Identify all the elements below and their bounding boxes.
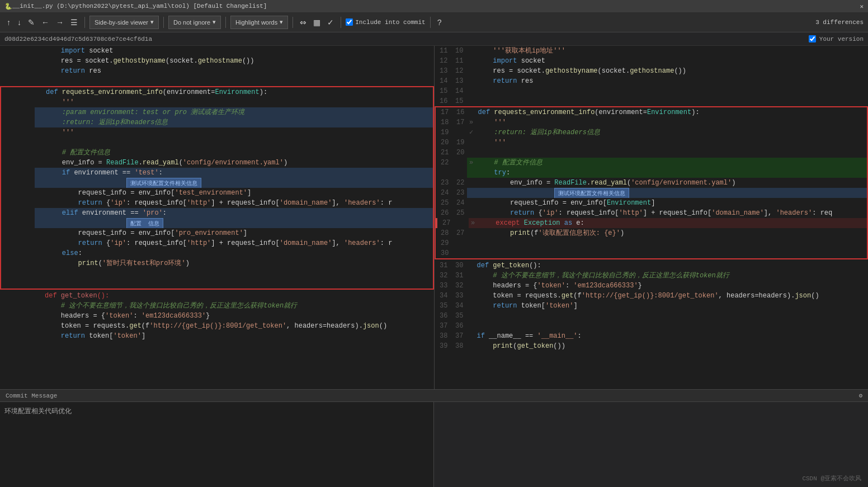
right-diff-panel[interactable]: 11 10 '''获取本机ip地址''' 12 11 import socket… xyxy=(435,46,869,389)
diff-count: 3 differences xyxy=(815,19,864,26)
table-row xyxy=(1,268,433,278)
table-row: 13 12 res = socket.gethostbyname(socket.… xyxy=(435,66,869,76)
table-row: 35 34 return token['token'] xyxy=(435,301,869,311)
settings-icon[interactable]: ⚙ xyxy=(858,392,862,399)
table-row: env_info = ReadFile.read_yaml('config/en… xyxy=(1,158,433,168)
commit-body: 环境配置相关代码优化 xyxy=(0,402,868,487)
separator-5 xyxy=(341,17,341,28)
highlight-label: Highlight words xyxy=(235,19,277,26)
ignore-label: Do not ignore xyxy=(173,19,210,26)
table-row: ''' xyxy=(1,127,433,138)
grid-icon-button[interactable]: ▦ xyxy=(311,17,323,28)
table-row: def requests_environment_info(environmen… xyxy=(1,87,433,97)
right-code-area: 11 10 '''获取本机ip地址''' 12 11 import socket… xyxy=(435,46,869,389)
table-row: def get_token(): xyxy=(0,291,434,301)
right-red-border-box: 17 16 def requests_environment_info(envi… xyxy=(435,106,869,259)
check-icon-button[interactable]: ✓ xyxy=(325,17,336,28)
table-row: return token['token'] xyxy=(0,331,434,341)
table-row: 配置 信息 xyxy=(1,218,433,228)
table-row: 22 » # 配置文件信息 xyxy=(436,158,867,168)
commit-header: Commit Message ⚙ xyxy=(0,390,868,402)
viewer-label: Side-by-side viewer xyxy=(95,19,148,26)
ignore-dropdown-icon: ▾ xyxy=(213,18,216,26)
menu-button[interactable]: ☰ xyxy=(68,17,80,28)
table-row: 28 27 print(f'读取配置信息初次: {e}') xyxy=(436,228,867,238)
back-button[interactable]: ← xyxy=(39,17,51,28)
table-row: return {'ip': request_info['http'] + req… xyxy=(1,238,433,248)
your-version-checkbox[interactable] xyxy=(809,35,816,42)
highlight-dropdown-button[interactable]: Highlight words ▾ xyxy=(230,16,288,29)
table-row: res = socket.gethostbyname(socket.gethos… xyxy=(0,56,434,66)
separator-6 xyxy=(430,17,431,28)
forward-button[interactable]: → xyxy=(54,17,66,28)
include-commit-text: Include into commit xyxy=(355,19,425,26)
commit-header-label: Commit Message xyxy=(6,393,57,399)
table-row: try: xyxy=(436,168,867,178)
separator-2 xyxy=(163,17,164,28)
table-row: 17 16 def requests_environment_info(envi… xyxy=(436,107,867,117)
table-row: 34 33 token = requests.get(f'http://{get… xyxy=(435,291,869,301)
separator-3 xyxy=(225,17,226,28)
viewer-dropdown-button[interactable]: Side-by-side viewer ▾ xyxy=(89,16,159,29)
diff-container: import socket res = socket.gethostbyname… xyxy=(0,46,868,389)
include-commit-checkbox[interactable] xyxy=(346,18,353,26)
table-row: 19 ✓ :return: 返回ip和headers信息 xyxy=(436,127,867,138)
your-version-label: Your version xyxy=(819,36,864,42)
separator-4 xyxy=(293,17,293,28)
table-row xyxy=(1,278,433,289)
table-row: 12 11 import socket xyxy=(435,56,869,66)
table-row: 29 xyxy=(436,238,867,248)
toolbar: ↑ ↓ ✎ ← → ☰ Side-by-side viewer ▾ Do not… xyxy=(0,12,868,32)
table-row: ''' xyxy=(1,97,433,107)
table-row: return res xyxy=(0,66,434,76)
close-button[interactable]: ✕ xyxy=(860,3,864,10)
table-row: 26 25 return {'ip': request_info['http']… xyxy=(436,208,867,218)
table-row: 23 22 env_info = ReadFile.read_yaml('con… xyxy=(436,178,867,188)
table-row: headers = {'token': 'em123dca666333'} xyxy=(0,311,434,321)
table-row: :return: 返回ip和headers信息 xyxy=(1,117,433,127)
table-row: request_info = env_info['pro_environment… xyxy=(1,228,433,238)
file-icon: 🐍 xyxy=(4,3,12,10)
table-row: 20 19 ''' xyxy=(436,138,867,148)
table-row xyxy=(1,138,433,148)
table-row: 15 14 xyxy=(435,86,869,96)
table-row: request_info = env_info['test_environmen… xyxy=(1,188,433,198)
table-row: import socket xyxy=(0,46,434,56)
table-row: 16 15 xyxy=(435,96,869,106)
pencil-button[interactable]: ✎ xyxy=(26,17,37,28)
commit-left-panel: 环境配置相关代码优化 xyxy=(0,402,434,487)
left-diff-panel[interactable]: import socket res = socket.gethostbyname… xyxy=(0,46,435,389)
table-row: 30 xyxy=(436,248,867,258)
table-row: 31 30 def get_token(): xyxy=(435,261,869,271)
ignore-dropdown-button[interactable]: Do not ignore ▾ xyxy=(168,16,221,29)
table-row: 32 31 # 这个不要在意细节，我这个接口比较自己秀的，反正这里怎么获得tok… xyxy=(435,271,869,281)
table-row: else: xyxy=(1,248,433,258)
table-row: :param environment: test or pro 测试或者生产环境 xyxy=(1,107,433,117)
highlight-dropdown-icon: ▾ xyxy=(280,18,283,26)
table-row: elif environment == 'pro': xyxy=(1,208,433,218)
table-row: 14 13 return res xyxy=(435,76,869,86)
table-row: # 配置文件信息 xyxy=(1,148,433,158)
commit-message-text: 环境配置相关代码优化 xyxy=(4,408,72,415)
help-button[interactable]: ? xyxy=(435,17,444,28)
branding-text: CSDN @亚索不会吹风 xyxy=(802,474,861,483)
table-row: 21 20 xyxy=(436,148,867,158)
viewer-dropdown-icon: ▾ xyxy=(150,18,154,26)
table-row: 33 32 headers = {'token': 'em123dca66633… xyxy=(435,281,869,291)
left-red-border-box: def requests_environment_info(environmen… xyxy=(0,86,434,290)
up-arrow-button[interactable]: ↑ xyxy=(4,17,13,28)
table-row xyxy=(0,76,434,86)
down-arrow-button[interactable]: ↓ xyxy=(15,17,23,28)
table-row: 25 24 request_info = env_info[Environmen… xyxy=(436,198,867,208)
include-commit-label[interactable]: Include into commit xyxy=(346,18,425,26)
left-code-area: import socket res = socket.gethostbyname… xyxy=(0,46,434,389)
hash-bar: d08d22e6234cd4946d7c5d63708c6e7ce4cf6d1a… xyxy=(0,32,868,46)
table-row: 38 37 if __name__ == '__main__': xyxy=(435,331,869,341)
your-version-section: Your version xyxy=(809,35,864,42)
table-row: if environment == 'test': xyxy=(1,168,433,178)
table-row: 测试环境配置文件相关信息 xyxy=(1,178,433,188)
table-row: 36 35 xyxy=(435,311,869,321)
title-bar: 🐍 __init__.py (D:\python2022\pytest_api_… xyxy=(0,0,868,12)
split-icon-button[interactable]: ⇔ xyxy=(298,17,309,28)
table-row: # 这个不要在意细节，我这个接口比较自己秀的，反正这里怎么获得token就行 xyxy=(0,301,434,311)
